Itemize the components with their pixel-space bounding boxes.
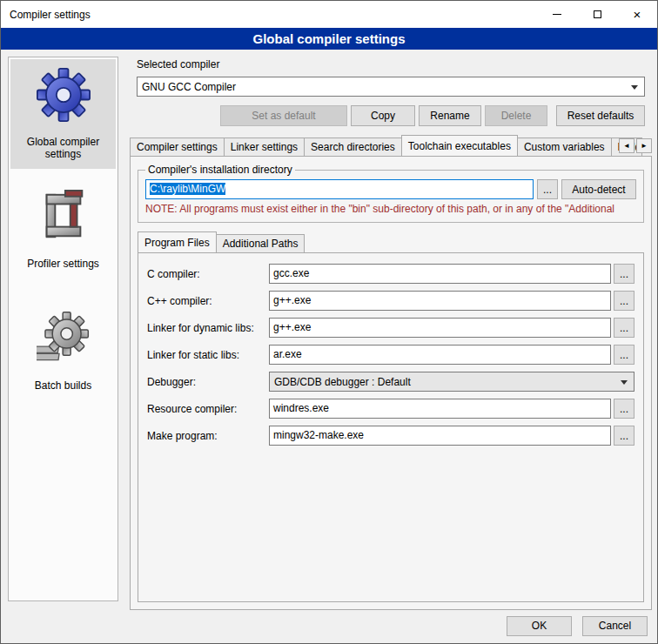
install-dir-value: C:\raylib\MinGW — [150, 183, 225, 195]
tab-toolchain-executables[interactable]: Toolchain executables — [401, 135, 518, 156]
subtab-additional-paths[interactable]: Additional Paths — [216, 234, 306, 252]
resource-compiler-row: Resource compiler: windres.exe ... — [147, 399, 634, 419]
global-compiler-settings-icon — [37, 68, 91, 122]
debugger-label: Debugger: — [147, 376, 269, 388]
minimize-button[interactable] — [537, 1, 577, 28]
dynamic-linker-input[interactable]: g++.exe — [269, 318, 611, 338]
chevron-down-icon — [631, 85, 638, 90]
sidebar-item-profiler-settings[interactable]: Profiler settings — [10, 181, 116, 278]
copy-button[interactable]: Copy — [351, 105, 415, 126]
batch-builds-icon — [37, 312, 91, 366]
debugger-row: Debugger: GDB/CDB debugger : Default — [147, 372, 634, 392]
dynamic-linker-label: Linker for dynamic libs: — [147, 322, 269, 334]
resource-compiler-input[interactable]: windres.exe — [269, 399, 611, 419]
static-linker-row: Linker for static libs: ar.exe ... — [147, 345, 634, 365]
program-tabs: Program Files Additional Paths — [138, 231, 644, 252]
sidebar-item-label: Batch builds — [35, 379, 91, 392]
maximize-button[interactable] — [577, 1, 617, 28]
compiler-buttons-row: Set as default Copy Rename Delete Reset … — [137, 105, 645, 126]
selected-compiler-combo[interactable]: GNU GCC Compiler — [137, 77, 645, 97]
dialog-header: Global compiler settings — [1, 28, 657, 50]
make-program-row: Make program: mingw32-make.exe ... — [147, 426, 634, 446]
debugger-value: GDB/CDB debugger : Default — [274, 376, 411, 388]
make-program-input[interactable]: mingw32-make.exe — [269, 426, 611, 446]
c-compiler-input[interactable]: gcc.exe — [269, 264, 611, 284]
subtab-program-files[interactable]: Program Files — [138, 231, 217, 252]
resource-compiler-label: Resource compiler: — [147, 403, 269, 415]
dynamic-linker-row: Linker for dynamic libs: g++.exe ... — [147, 318, 634, 338]
installation-directory-row: C:\raylib\MinGW ... Auto-detect — [145, 179, 636, 199]
tab-scroll-left-button[interactable]: ◄ — [619, 138, 634, 153]
window-title: Compiler settings — [10, 9, 91, 21]
cpp-compiler-row: C++ compiler: g++.exe ... — [147, 291, 634, 311]
cpp-compiler-browse-button[interactable]: ... — [614, 291, 634, 311]
tab-scroll-right-button[interactable]: ► — [636, 138, 652, 153]
window-controls: × — [537, 1, 657, 28]
compiler-settings-window: Compiler settings × Global compiler sett… — [0, 0, 658, 644]
c-compiler-label: C compiler: — [147, 268, 269, 280]
cpp-compiler-input[interactable]: g++.exe — [269, 291, 611, 311]
minimize-icon — [553, 14, 561, 15]
cpp-compiler-value: g++.exe — [273, 294, 311, 306]
resource-compiler-browse-button[interactable]: ... — [614, 399, 634, 419]
ok-button[interactable]: OK — [507, 616, 572, 636]
auto-detect-button[interactable]: Auto-detect — [561, 179, 636, 199]
resource-compiler-value: windres.exe — [273, 402, 329, 414]
delete-button: Delete — [485, 105, 547, 126]
c-compiler-browse-button[interactable]: ... — [614, 264, 634, 284]
settings-tabs: Compiler settings Linker settings Search… — [130, 135, 652, 156]
make-program-label: Make program: — [147, 430, 269, 442]
installation-directory-groupbox: Compiler's installation directory C:\ray… — [138, 164, 644, 223]
titlebar: Compiler settings × — [1, 1, 657, 28]
tab-linker-settings[interactable]: Linker settings — [224, 138, 305, 156]
main-content: Selected compiler GNU GCC Compiler Set a… — [130, 57, 652, 610]
program-files-panel: C compiler: gcc.exe ... C++ compiler: g+… — [138, 252, 644, 602]
install-dir-browse-button[interactable]: ... — [537, 179, 558, 199]
tab-custom-variables[interactable]: Custom variables — [517, 138, 612, 156]
sidebar-item-label: Global compiler settings — [12, 136, 114, 160]
set-as-default-button: Set as default — [220, 105, 347, 126]
selected-compiler-value: GNU GCC Compiler — [142, 81, 236, 93]
bin-subdirectory-note: NOTE: All programs must exist either in … — [145, 203, 636, 215]
static-linker-label: Linker for static libs: — [147, 349, 269, 361]
make-program-value: mingw32-make.exe — [273, 429, 364, 441]
tab-search-directories[interactable]: Search directories — [304, 138, 402, 156]
dialog-footer: OK Cancel — [1, 608, 657, 643]
close-button[interactable]: × — [617, 1, 657, 28]
installation-directory-legend: Compiler's installation directory — [145, 164, 295, 176]
sidebar-item-global-compiler-settings[interactable]: Global compiler settings — [10, 59, 116, 169]
c-compiler-value: gcc.exe — [273, 267, 309, 279]
maximize-icon — [594, 10, 601, 18]
sidebar: Global compiler settings Profiler settin… — [8, 57, 118, 601]
chevron-down-icon — [621, 380, 628, 385]
static-linker-input[interactable]: ar.exe — [269, 345, 611, 365]
cpp-compiler-label: C++ compiler: — [147, 295, 269, 307]
tab-scroll-arrows: ◄ ► — [619, 138, 652, 153]
rename-button[interactable]: Rename — [419, 105, 481, 126]
debugger-select[interactable]: GDB/CDB debugger : Default — [269, 372, 634, 392]
make-program-browse-button[interactable]: ... — [614, 426, 634, 446]
install-dir-input[interactable]: C:\raylib\MinGW — [145, 179, 534, 199]
sidebar-item-label: Profiler settings — [27, 258, 99, 270]
sidebar-item-batch-builds[interactable]: Batch builds — [10, 303, 116, 400]
reset-defaults-button[interactable]: Reset defaults — [556, 105, 645, 126]
static-linker-value: ar.exe — [273, 348, 302, 360]
toolchain-executables-panel: Compiler's installation directory C:\ray… — [130, 156, 652, 610]
c-compiler-row: C compiler: gcc.exe ... — [147, 264, 634, 284]
profiler-settings-icon — [37, 190, 91, 244]
dynamic-linker-browse-button[interactable]: ... — [614, 318, 634, 338]
tab-compiler-settings[interactable]: Compiler settings — [130, 138, 225, 156]
dynamic-linker-value: g++.exe — [273, 321, 311, 333]
static-linker-browse-button[interactable]: ... — [614, 345, 634, 365]
selected-compiler-label: Selected compiler — [137, 58, 645, 71]
cancel-button[interactable]: Cancel — [582, 616, 648, 636]
close-icon: × — [634, 8, 641, 21]
